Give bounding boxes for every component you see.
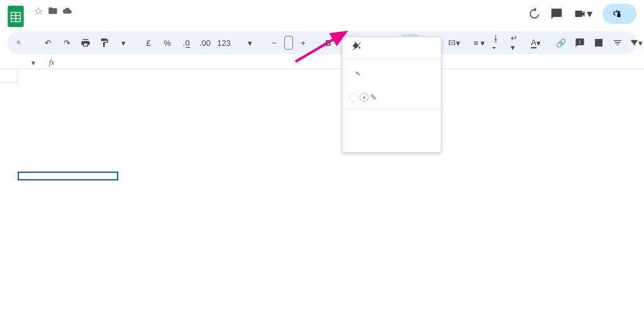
history-icon[interactable]: [528, 8, 540, 20]
filter-button[interactable]: [609, 34, 626, 52]
custom-color-swatch[interactable]: [349, 93, 358, 102]
active-cell-cursor: [18, 172, 118, 180]
save-status: [63, 6, 74, 15]
increase-font[interactable]: +: [294, 34, 312, 52]
share-button[interactable]: [602, 4, 636, 24]
redo-button[interactable]: ↷: [58, 34, 75, 52]
paint-format-button[interactable]: [96, 34, 113, 52]
bold-button[interactable]: B: [319, 34, 337, 52]
svg-point-5: [618, 11, 620, 13]
search-menus[interactable]: [14, 34, 31, 52]
meet-icon[interactable]: ▾: [573, 7, 592, 21]
fx-icon: fx: [49, 58, 55, 67]
more-formats[interactable]: 123: [215, 34, 233, 52]
percent-format[interactable]: %: [158, 34, 176, 52]
sheets-logo[interactable]: [8, 5, 24, 28]
alternating-colours[interactable]: [343, 131, 441, 150]
reset-color[interactable]: [343, 37, 441, 56]
toolbar: ↶ ↷ ▾ £ % .0̲ .00 123 ▾ − + B I S A ▾ ≡ …: [8, 31, 636, 54]
fill-color-popup: ✎ ＋ ✎: [342, 36, 441, 153]
undo-button[interactable]: ↶: [39, 34, 57, 52]
font-select[interactable]: ▾: [240, 34, 258, 52]
valign-button[interactable]: ⭳ ▾: [489, 34, 507, 52]
link-button[interactable]: 🔗: [552, 34, 570, 52]
increase-decimal[interactable]: .00: [196, 34, 214, 52]
wrap-button[interactable]: ↵ ▾: [508, 34, 526, 52]
decrease-decimal[interactable]: .0̲: [177, 34, 195, 52]
edit-standard-icon[interactable]: ✎: [355, 70, 361, 77]
filter-views-button[interactable]: ▾: [628, 34, 644, 52]
conditional-formatting[interactable]: [343, 112, 441, 131]
rotate-button[interactable]: A ▾: [527, 34, 545, 52]
currency-pound[interactable]: £: [140, 34, 157, 52]
font-size-input[interactable]: [284, 36, 293, 50]
insert-chart-button[interactable]: [590, 34, 608, 52]
move-icon[interactable]: [48, 6, 58, 16]
merge-button[interactable]: ▾: [445, 34, 463, 52]
zoom-select[interactable]: ▾: [114, 34, 132, 52]
add-custom-color[interactable]: ＋: [360, 93, 369, 102]
comment-icon[interactable]: [550, 8, 563, 20]
eyedropper-icon[interactable]: ✎: [370, 93, 377, 102]
star-icon[interactable]: ☆: [34, 5, 43, 17]
spreadsheet-grid[interactable]: [0, 69, 644, 83]
decrease-font[interactable]: −: [265, 34, 283, 52]
halign-button[interactable]: ≡ ▾: [470, 34, 488, 52]
insert-comment-button[interactable]: [571, 34, 589, 52]
select-all-corner[interactable]: [0, 69, 18, 83]
print-button[interactable]: [77, 34, 94, 52]
name-box-dropdown[interactable]: ▾: [31, 58, 35, 67]
